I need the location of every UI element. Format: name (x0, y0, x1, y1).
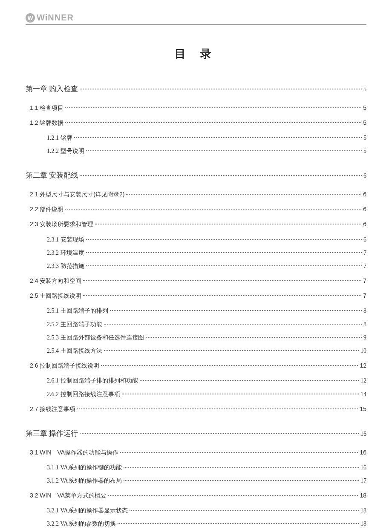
toc-entry-page: 15 (360, 404, 366, 414)
toc-entry: 2.2 部件说明6 (26, 204, 366, 215)
toc-entry-page: 5 (363, 84, 366, 95)
toc-leader-dots (146, 337, 362, 338)
toc-entry-page: 6 (363, 170, 366, 181)
brand-logo-text: WiNNER (37, 13, 74, 23)
toc-entry-label: 2.5 主回路接线说明 (30, 290, 81, 301)
toc-entry-label: 2.6.1 控制回路端子排的排列和功能 (47, 375, 138, 386)
toc-entry: 2.5.1 主回路端子的排列8 (26, 305, 366, 316)
toc-entry-page: 18 (360, 518, 366, 529)
toc-entry-page: 6 (363, 219, 366, 230)
toc-entry-label: 第三章 操作运行 (26, 427, 78, 440)
toc-entry-page: 5 (363, 146, 366, 156)
toc-leader-dots (77, 408, 358, 409)
toc-leader-dots (126, 194, 361, 195)
toc-leader-dots (83, 280, 361, 281)
toc-entry-page: 9 (363, 332, 366, 343)
toc-entry-label: 1.2.2 型号说明 (47, 146, 84, 156)
toc-entry-label: 2.3.3 防范措施 (47, 261, 84, 271)
toc-entry-page: 12 (360, 360, 366, 371)
page-title: 目 录 (26, 46, 366, 61)
toc-leader-dots (101, 365, 358, 366)
toc-leader-dots (86, 252, 362, 253)
toc-entry-label: 2.3.1 安装现场 (47, 234, 84, 245)
toc-entry-page: 6 (363, 189, 366, 200)
toc-entry: 3.1.1 VA系列的操作键的功能16 (26, 462, 366, 473)
toc-entry-label: 2.7 接线注意事项 (30, 404, 75, 414)
toc-entry-label: 3.2 WIN—VA菜单方式的概要 (30, 490, 107, 501)
toc-entry: 2.3.3 防范措施7 (26, 261, 366, 271)
toc-entry: 2.6.1 控制回路端子排的排列和功能12 (26, 375, 366, 386)
toc-entry-label: 3.1 WIN—VA操作器的功能与操作 (30, 447, 118, 458)
toc-leader-dots (80, 175, 362, 176)
toc-entry: 3.2.1 VA系列的操作器显示状态18 (26, 505, 366, 516)
toc-entry-label: 3.2.1 VA系列的操作器显示状态 (47, 505, 128, 516)
toc-entry: 2.7 接线注意事项15 (26, 404, 366, 414)
toc-entry: 2.1 外型尺寸与安装尺寸(详见附录2)6 (26, 189, 366, 200)
toc-leader-dots (65, 209, 361, 210)
toc-leader-dots (65, 107, 361, 108)
toc-leader-dots (80, 89, 362, 89)
document-page: W WiNNER 目 录 第一章 购入检查51.1 检查项目51.2 铭牌数据5… (0, 0, 392, 532)
toc-leader-dots (86, 265, 362, 266)
toc-entry: 2.4 安装方向和空间7 (26, 276, 366, 286)
toc-entry-page: 7 (363, 290, 366, 301)
toc-leader-dots (110, 310, 362, 311)
toc-entry-page: 7 (363, 276, 366, 286)
toc-entry-page: 6 (363, 204, 366, 215)
toc-leader-dots (140, 380, 359, 381)
toc-entry: 2.6.2 控制回路接线注意事项14 (26, 389, 366, 400)
toc-entry-label: 2.6.2 控制回路接线注意事项 (47, 389, 120, 400)
toc-entry-label: 2.5.4 主回路接线方法 (47, 345, 102, 356)
toc-entry: 1.1 检查项目5 (26, 103, 366, 113)
brand-logo: W WiNNER (26, 13, 74, 23)
toc-entry-page: 18 (360, 505, 366, 516)
toc-entry-label: 1.2.1 铭牌 (47, 132, 72, 143)
toc-entry-page: 10 (360, 345, 366, 356)
toc-entry: 2.5.2 主回路端子功能8 (26, 319, 366, 330)
toc-entry-page: 7 (363, 247, 366, 258)
toc-leader-dots (130, 510, 359, 511)
toc-entry: 3.1 WIN—VA操作器的功能与操作16 (26, 447, 366, 458)
toc-leader-dots (86, 150, 362, 151)
toc-entry-label: 第二章 安装配线 (26, 169, 78, 182)
toc-entry-label: 3.2.2 VA系列的参数的切换 (47, 518, 116, 529)
toc-entry-label: 2.2 部件说明 (30, 204, 63, 215)
toc-entry: 2.3 安装场所要求和管理6 (26, 219, 366, 230)
toc-entry-label: 2.3 安装场所要求和管理 (30, 219, 93, 230)
toc-leader-dots (108, 495, 358, 496)
toc-entry-label: 2.5.3 主回路外部设备和任选件连接图 (47, 332, 144, 343)
toc-entry: 3.2 WIN—VA菜单方式的概要18 (26, 490, 366, 501)
toc-entry-label: 2.5.2 主回路端子功能 (47, 319, 102, 330)
toc-leader-dots (122, 394, 359, 394)
toc-entry: 2.5.3 主回路外部设备和任选件连接图9 (26, 332, 366, 343)
toc-leader-dots (124, 480, 359, 481)
toc-entry: 第三章 操作运行16 (26, 427, 366, 440)
toc-entry-label: 3.1.1 VA系列的操作键的功能 (47, 462, 122, 473)
toc-leader-dots (95, 224, 361, 224)
toc-entry-page: 12 (360, 375, 366, 386)
toc-entry: 1.2.1 铭牌5 (26, 132, 366, 143)
toc-entry-label: 2.3.2 环境温度 (47, 247, 84, 258)
toc-entry-page: 14 (360, 389, 366, 400)
toc-leader-dots (124, 467, 359, 468)
toc-leader-dots (118, 523, 359, 524)
toc-leader-dots (83, 295, 361, 296)
toc-entry-label: 第一章 购入检查 (26, 83, 78, 96)
toc-entry-page: 8 (363, 305, 366, 316)
toc-entry: 2.3.2 环境温度7 (26, 247, 366, 258)
toc-leader-dots (86, 239, 362, 240)
toc-entry-page: 5 (363, 118, 366, 128)
toc-entry: 2.6 控制回路端子接线说明12 (26, 360, 366, 371)
toc-leader-dots (74, 137, 362, 138)
toc-leader-dots (104, 350, 359, 351)
toc-entry: 第二章 安装配线6 (26, 169, 366, 182)
toc-entry: 2.5.4 主回路接线方法10 (26, 345, 366, 356)
toc-entry-page: 6 (363, 234, 366, 245)
toc-entry-label: 2.5.1 主回路端子的排列 (47, 305, 108, 316)
toc-entry-label: 1.1 检查项目 (30, 103, 63, 113)
page-header: W WiNNER (26, 13, 366, 25)
toc-entry: 1.2 铭牌数据5 (26, 118, 366, 128)
table-of-contents: 第一章 购入检查51.1 检查项目51.2 铭牌数据51.2.1 铭牌51.2.… (26, 83, 366, 532)
toc-entry-page: 16 (360, 447, 366, 458)
toc-entry: 3.1.2 VA系列的操作器的布局17 (26, 475, 366, 486)
